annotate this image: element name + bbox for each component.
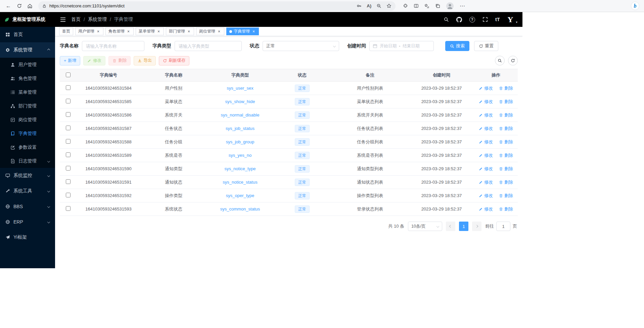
help-icon[interactable]: ?: [469, 17, 475, 22]
row-checkbox[interactable]: [66, 166, 71, 171]
collections-icon[interactable]: [435, 3, 440, 8]
prev-page-button[interactable]: [446, 222, 455, 231]
profile-avatar[interactable]: [446, 2, 454, 10]
sidebar-item-monitor[interactable]: 系统监控: [0, 168, 55, 183]
row-checkbox[interactable]: [66, 99, 71, 103]
sidebar-item-erp[interactable]: ERP: [0, 214, 55, 230]
browser-menu-icon[interactable]: ⋯: [460, 3, 465, 9]
row-checkbox[interactable]: [66, 206, 71, 211]
favorites-bar-icon[interactable]: [424, 3, 429, 8]
zoom-out-icon[interactable]: [376, 3, 381, 8]
row-delete-link[interactable]: 删除: [499, 139, 513, 145]
tab-0[interactable]: 首页: [59, 28, 73, 35]
github-icon[interactable]: [456, 17, 462, 22]
tab-5[interactable]: 岗位管理×: [196, 28, 224, 35]
refresh-cache-button[interactable]: 刷新缓存: [159, 56, 189, 65]
sidebar-item-home[interactable]: 首页: [0, 27, 55, 42]
sidebar-subitem-departments[interactable]: 部门管理: [0, 99, 55, 113]
tab-close-icon[interactable]: ×: [126, 29, 131, 34]
export-button[interactable]: 导出: [134, 56, 156, 65]
avatar-logo[interactable]: Y: [507, 15, 513, 24]
reset-button[interactable]: 重置: [474, 41, 498, 51]
dict-type-link[interactable]: sys_normal_disable: [221, 112, 260, 118]
header-search-icon[interactable]: [444, 17, 449, 22]
read-aloud-icon[interactable]: A): [367, 3, 371, 8]
tab-close-icon[interactable]: ×: [156, 29, 161, 34]
dict-type-link[interactable]: sys_show_hide: [225, 99, 255, 104]
sidebar-item-system[interactable]: 系统管理: [0, 42, 55, 58]
row-edit-link[interactable]: 修改: [479, 152, 493, 158]
extensions-icon[interactable]: [403, 3, 408, 8]
row-checkbox[interactable]: [66, 85, 71, 90]
refresh-table-button[interactable]: [508, 56, 518, 65]
dict-type-link[interactable]: sys_yes_no: [229, 153, 252, 158]
browser-back-button[interactable]: ←: [3, 1, 13, 11]
sidebar-toggle-icon[interactable]: [60, 17, 66, 22]
tab-close-icon[interactable]: ×: [217, 29, 221, 34]
row-checkbox[interactable]: [66, 139, 71, 144]
dict-type-link[interactable]: sys_notice_type: [224, 166, 256, 171]
address-bar[interactable]: https://ccnetcore.com:1101/system/dict A…: [38, 1, 396, 11]
row-delete-link[interactable]: 删除: [499, 166, 513, 172]
row-delete-link[interactable]: 删除: [499, 193, 513, 199]
row-delete-link[interactable]: 删除: [499, 126, 513, 132]
next-page-button[interactable]: [472, 222, 481, 231]
page-size-select[interactable]: 10条/页: [408, 222, 442, 231]
sidebar-item-yi[interactable]: Yi框架: [0, 230, 55, 245]
sidebar-item-bbs[interactable]: BBS: [0, 199, 55, 214]
row-edit-link[interactable]: 修改: [479, 139, 493, 145]
sidebar-subitem-roles[interactable]: 角色管理: [0, 72, 55, 85]
row-delete-link[interactable]: 删除: [499, 179, 513, 185]
tab-close-icon[interactable]: ×: [187, 29, 191, 34]
toggle-search-button[interactable]: [495, 56, 505, 65]
dict-type-link[interactable]: sys_common_status: [220, 206, 260, 212]
dict-type-link[interactable]: sys_oper_type: [226, 193, 255, 198]
tab-3[interactable]: 菜单管理×: [136, 28, 164, 35]
tab-2[interactable]: 角色管理×: [105, 28, 134, 35]
sidebar-subitem-logs[interactable]: 日志管理: [0, 154, 55, 168]
row-edit-link[interactable]: 修改: [479, 193, 493, 199]
tab-close-icon[interactable]: ×: [251, 29, 256, 34]
sidebar-subitem-dict[interactable]: 字典管理: [0, 127, 55, 140]
row-checkbox[interactable]: [66, 112, 71, 117]
sidebar-subitem-params[interactable]: 参数设置: [0, 140, 55, 154]
row-edit-link[interactable]: 修改: [479, 166, 493, 172]
password-key-icon[interactable]: [357, 3, 362, 8]
row-edit-link[interactable]: 修改: [479, 206, 493, 212]
row-delete-link[interactable]: 删除: [499, 112, 513, 118]
row-edit-link[interactable]: 修改: [479, 85, 493, 91]
delete-button[interactable]: 删除: [108, 56, 131, 65]
dict-type-link[interactable]: sys_job_status: [226, 126, 255, 131]
dict-type-input[interactable]: [175, 41, 242, 51]
sidebar-subitem-posts[interactable]: 岗位管理: [0, 113, 55, 127]
fullscreen-icon[interactable]: [482, 17, 488, 22]
browser-refresh-button[interactable]: [14, 1, 24, 11]
browser-home-button[interactable]: [25, 1, 35, 11]
goto-page-input[interactable]: [496, 222, 510, 231]
date-range-picker[interactable]: 开始日期 - 结束日期: [369, 41, 434, 51]
split-screen-icon[interactable]: [414, 3, 419, 8]
dict-type-link[interactable]: sys_notice_status: [223, 180, 257, 185]
dict-type-link[interactable]: sys_job_group: [226, 139, 255, 144]
copilot-bing-icon[interactable]: b: [631, 2, 639, 10]
dict-type-link[interactable]: sys_user_sex: [227, 86, 253, 91]
row-delete-link[interactable]: 删除: [499, 85, 513, 91]
breadcrumb-home[interactable]: 首页: [71, 16, 81, 22]
row-edit-link[interactable]: 修改: [479, 179, 493, 185]
row-edit-link[interactable]: 修改: [479, 126, 493, 132]
sidebar-subitem-menus[interactable]: 菜单管理: [0, 85, 55, 99]
row-checkbox[interactable]: [66, 179, 71, 184]
status-select[interactable]: 正常: [263, 41, 339, 51]
select-all-checkbox[interactable]: [66, 73, 71, 77]
row-edit-link[interactable]: 修改: [479, 99, 493, 105]
dict-name-input[interactable]: [82, 41, 144, 51]
row-delete-link[interactable]: 删除: [499, 152, 513, 158]
row-edit-link[interactable]: 修改: [479, 112, 493, 118]
app-logo[interactable]: 意框架管理系统: [0, 12, 55, 27]
tab-6[interactable]: 字典管理×: [226, 28, 259, 35]
row-delete-link[interactable]: 删除: [499, 99, 513, 105]
add-button[interactable]: + 新增: [60, 56, 80, 65]
sidebar-item-tools[interactable]: 系统工具: [0, 183, 55, 199]
row-delete-link[interactable]: 删除: [499, 206, 513, 212]
row-checkbox[interactable]: [66, 126, 71, 130]
